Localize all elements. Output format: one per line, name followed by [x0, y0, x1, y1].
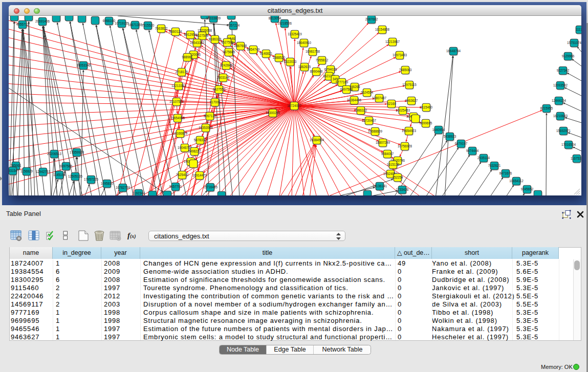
svg-text:7986322: 7986322	[355, 108, 367, 112]
svg-text:16961758: 16961758	[306, 50, 320, 53]
svg-text:3675685: 3675685	[223, 50, 235, 54]
svg-text:10807487: 10807487	[372, 96, 387, 100]
svg-text:1615132: 1615132	[387, 163, 400, 166]
svg-text:1167533: 1167533	[571, 157, 581, 160]
svg-text:12213383: 12213383	[171, 84, 186, 87]
svg-text:19166829: 19166829	[173, 132, 188, 135]
svg-text:7955812: 7955812	[316, 58, 329, 62]
svg-text:19384554: 19384554	[310, 138, 324, 142]
svg-text:5498222: 5498222	[188, 149, 201, 153]
svg-text:10033809: 10033809	[206, 16, 221, 20]
svg-text:7485063: 7485063	[399, 68, 412, 72]
svg-text:16210643: 16210643	[553, 114, 568, 118]
svg-text:21364436: 21364436	[347, 98, 362, 102]
svg-text:252254: 252254	[392, 176, 403, 179]
svg-text:10543382: 10543382	[190, 41, 205, 45]
svg-text:9245652: 9245652	[521, 187, 534, 191]
svg-text:8471676: 8471676	[499, 171, 512, 175]
svg-text:19654985: 19654985	[170, 116, 185, 120]
svg-text:1362615: 1362615	[298, 65, 311, 69]
svg-text:9084067: 9084067	[381, 152, 394, 156]
svg-text:10107553: 10107553	[169, 100, 184, 103]
svg-text:10719155: 10719155	[115, 21, 129, 25]
svg-text:2803144: 2803144	[217, 76, 230, 79]
svg-text:7632621: 7632621	[488, 164, 501, 167]
svg-text:8990448: 8990448	[310, 70, 323, 73]
svg-text:9527508: 9527508	[221, 40, 234, 44]
svg-text:2087682: 2087682	[365, 17, 378, 21]
svg-text:15692971: 15692971	[556, 129, 571, 133]
svg-text:7625402: 7625402	[176, 173, 189, 177]
svg-text:7515520: 7515520	[142, 24, 155, 27]
svg-text:12975115: 12975115	[402, 83, 417, 86]
svg-text:5878332: 5878332	[194, 138, 207, 142]
svg-text:12444154: 12444154	[552, 99, 567, 102]
svg-text:18807249: 18807249	[376, 141, 390, 144]
svg-text:9227342: 9227342	[557, 69, 570, 72]
svg-text:15716485: 15716485	[203, 185, 218, 189]
svg-text:20053346: 20053346	[76, 63, 91, 67]
svg-text:15751074: 15751074	[567, 41, 581, 45]
svg-text:11175: 11175	[576, 28, 581, 31]
svg-text:1156829: 1156829	[20, 169, 33, 173]
svg-text:17016504: 17016504	[561, 143, 576, 146]
svg-text:8454749: 8454749	[247, 48, 260, 51]
svg-text:16914479: 16914479	[192, 173, 207, 177]
svg-text:19046766: 19046766	[178, 146, 192, 149]
svg-text:9699695: 9699695	[420, 121, 432, 125]
svg-text:2867608: 2867608	[234, 44, 247, 48]
svg-text:9115460: 9115460	[420, 105, 433, 109]
svg-text:62160: 62160	[387, 102, 396, 105]
svg-text:6966160: 6966160	[103, 19, 116, 23]
svg-text:7357224: 7357224	[227, 24, 240, 27]
svg-text:6322033: 6322033	[284, 60, 297, 63]
svg-text:9474444: 9474444	[466, 149, 479, 152]
svg-text:8186328: 8186328	[209, 37, 222, 41]
svg-text:8813054: 8813054	[269, 16, 281, 20]
svg-text:8427552: 8427552	[213, 87, 226, 91]
svg-text:15720407: 15720407	[362, 119, 377, 122]
svg-text:8912954: 8912954	[184, 33, 197, 36]
svg-text:6497568: 6497568	[340, 87, 353, 91]
svg-text:17957225: 17957225	[84, 178, 99, 181]
svg-text:1733426: 1733426	[396, 188, 409, 191]
svg-text:9242848: 9242848	[220, 63, 233, 67]
svg-text:11325419: 11325419	[288, 32, 302, 36]
svg-text:10025453: 10025453	[396, 108, 410, 112]
svg-text:14136141: 14136141	[373, 184, 387, 188]
svg-text:1145194: 1145194	[53, 173, 66, 177]
svg-text:7663822: 7663822	[155, 27, 168, 30]
svg-text:18300295: 18300295	[266, 111, 280, 115]
svg-text:2718176: 2718176	[176, 70, 188, 74]
svg-text:1095810: 1095810	[101, 182, 114, 185]
svg-text:5938923: 5938923	[444, 135, 456, 138]
svg-text:2935114: 2935114	[477, 156, 490, 160]
svg-text:9146821: 9146821	[260, 52, 273, 55]
svg-text:3624554: 3624554	[361, 91, 374, 94]
svg-text:12213967: 12213967	[385, 40, 400, 43]
svg-text:9777169: 9777169	[336, 80, 349, 84]
svg-text:8215955: 8215955	[540, 106, 553, 110]
svg-text:3267130: 3267130	[204, 114, 216, 118]
svg-text:1640954: 1640954	[432, 128, 445, 132]
svg-text:18724007: 18724007	[287, 104, 302, 107]
svg-text:9657791: 9657791	[169, 185, 182, 188]
svg-text:988961: 988961	[182, 55, 193, 59]
svg-text:10654112: 10654112	[509, 179, 524, 183]
svg-text:9463627: 9463627	[405, 99, 418, 102]
svg-text:1192344: 1192344	[133, 191, 145, 195]
svg-text:12942757: 12942757	[36, 170, 51, 173]
svg-text:93154: 93154	[9, 169, 17, 172]
svg-text:11353594: 11353594	[199, 126, 213, 129]
svg-text:9527509: 9527509	[196, 34, 209, 37]
svg-text:6479197: 6479197	[455, 142, 468, 145]
svg-text:10973493: 10973493	[393, 53, 407, 57]
svg-text:10688609: 10688609	[368, 129, 383, 133]
svg-text:10756928: 10756928	[398, 144, 412, 148]
svg-text:4055712: 4055712	[16, 23, 29, 26]
svg-text:12093582: 12093582	[553, 83, 568, 87]
svg-text:6794028: 6794028	[324, 68, 337, 71]
svg-text:9129966: 9129966	[562, 54, 575, 58]
svg-text:20206513: 20206513	[47, 152, 62, 156]
svg-text:20691406: 20691406	[35, 19, 50, 23]
